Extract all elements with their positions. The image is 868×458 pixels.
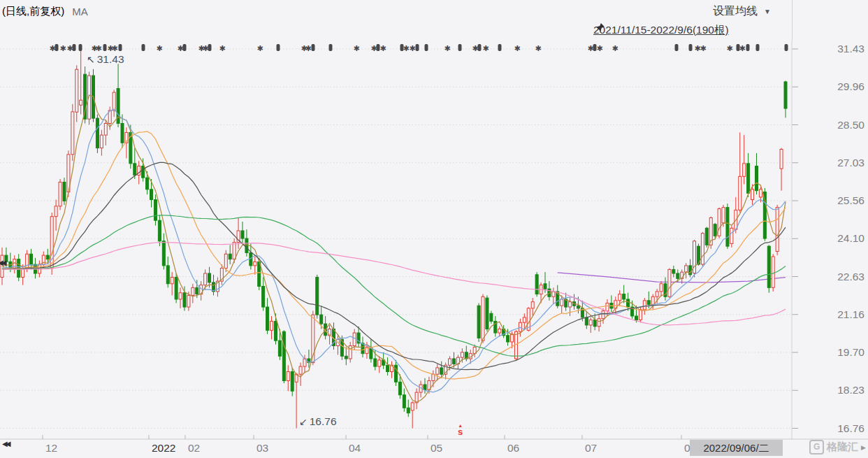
candle-body[interactable] — [651, 296, 654, 304]
candle-body[interactable] — [224, 254, 227, 268]
candle-body[interactable] — [150, 189, 153, 200]
candle-body[interactable] — [113, 92, 115, 110]
candle-body[interactable] — [46, 255, 49, 259]
event-star-icon[interactable]: ✱ — [587, 44, 593, 52]
event-pill-icon[interactable] — [119, 44, 122, 51]
candle-body[interactable] — [403, 395, 405, 408]
candle-body[interactable] — [627, 299, 630, 307]
candle-body[interactable] — [714, 224, 716, 236]
candle-body[interactable] — [133, 164, 136, 176]
candle-body[interactable] — [623, 294, 625, 299]
event-star-icon[interactable]: ✱ — [514, 44, 520, 52]
candle-body[interactable] — [660, 284, 663, 292]
candle-body[interactable] — [511, 334, 514, 342]
candle-body[interactable] — [254, 262, 256, 266]
candle-body[interactable] — [175, 278, 178, 299]
candle-body[interactable] — [270, 321, 273, 330]
candle-body[interactable] — [166, 266, 169, 284]
event-star-icon[interactable]: ✱ — [700, 44, 706, 52]
event-star-icon[interactable]: ✱ — [612, 44, 618, 52]
candle-body[interactable] — [233, 243, 236, 259]
event-star-icon[interactable]: ✱ — [156, 44, 162, 52]
event-star-icon[interactable]: ✱ — [409, 44, 415, 52]
candle-body[interactable] — [63, 182, 66, 201]
candle-body[interactable] — [705, 228, 708, 245]
candle-body[interactable] — [751, 189, 754, 200]
event-pill-icon[interactable] — [55, 44, 59, 51]
candle-body[interactable] — [59, 182, 62, 206]
candle-body[interactable] — [278, 341, 281, 356]
candle-body[interactable] — [643, 301, 646, 310]
candle-body[interactable] — [672, 269, 675, 273]
event-pill-icon[interactable] — [675, 44, 679, 51]
candle-body[interactable] — [432, 374, 435, 380]
candle-body[interactable] — [349, 346, 352, 359]
candle-body[interactable] — [287, 372, 289, 381]
event-pill-icon[interactable] — [142, 44, 145, 51]
candle-body[interactable] — [668, 269, 671, 296]
candle-body[interactable] — [656, 292, 658, 296]
event-star-icon[interactable]: ✱ — [177, 44, 183, 52]
event-star-icon[interactable]: ✱ — [49, 44, 55, 52]
event-pill-icon[interactable] — [103, 44, 107, 51]
event-pill-icon[interactable] — [416, 44, 419, 51]
event-pill-icon[interactable] — [277, 44, 280, 51]
candle-body[interactable] — [183, 293, 186, 307]
scroll-left-bottom-button[interactable]: ◀◀ — [2, 440, 8, 448]
candle-body[interactable] — [602, 311, 605, 319]
candle-body[interactable] — [780, 149, 783, 169]
candle-body[interactable] — [5, 255, 8, 262]
candle-body[interactable] — [449, 359, 451, 365]
candle-body[interactable] — [560, 299, 563, 306]
candle-body[interactable] — [535, 275, 538, 294]
event-pill-icon[interactable] — [329, 44, 333, 51]
candle-body[interactable] — [316, 278, 319, 315]
candle-body[interactable] — [544, 284, 547, 289]
candle-body[interactable] — [440, 368, 443, 374]
event-star-icon[interactable]: ✱ — [66, 44, 73, 52]
candle-body[interactable] — [593, 320, 596, 327]
candle-body[interactable] — [162, 241, 165, 266]
event-star-icon[interactable]: ✱ — [482, 44, 489, 52]
event-star-icon[interactable]: ✱ — [256, 44, 263, 52]
candle-body[interactable] — [739, 176, 742, 210]
candle-body[interactable] — [187, 295, 190, 307]
candle-body[interactable] — [486, 298, 489, 329]
candle-body[interactable] — [30, 254, 33, 264]
candle-body[interactable] — [171, 278, 173, 284]
candle-body[interactable] — [191, 287, 194, 295]
candle-body[interactable] — [453, 359, 456, 364]
candle-body[interactable] — [722, 208, 725, 223]
event-star-icon[interactable]: ✱ — [403, 44, 409, 52]
event-star-icon[interactable]: ✱ — [59, 44, 66, 52]
candle-body[interactable] — [398, 382, 401, 394]
candle-body[interactable] — [55, 206, 57, 217]
candle-body[interactable] — [299, 366, 302, 374]
candle-body[interactable] — [767, 246, 770, 287]
set-ma-button[interactable]: 设置均线 ▼ — [713, 3, 771, 20]
event-pill-icon[interactable] — [785, 44, 788, 51]
candle-body[interactable] — [784, 82, 787, 108]
event-pill-icon[interactable] — [312, 44, 315, 51]
event-star-icon[interactable]: ✱ — [596, 44, 602, 52]
candle-body[interactable] — [689, 266, 692, 275]
event-pill-icon[interactable] — [425, 44, 428, 51]
candle-body[interactable] — [208, 273, 211, 282]
candle-body[interactable] — [104, 124, 107, 136]
candle-body[interactable] — [415, 392, 418, 403]
candle-body[interactable] — [196, 287, 198, 294]
candle-body[interactable] — [759, 189, 762, 197]
candle-body[interactable] — [274, 321, 277, 341]
candle-body[interactable] — [647, 301, 650, 305]
event-pill-icon[interactable] — [458, 44, 462, 51]
event-star-icon[interactable]: ✱ — [219, 44, 225, 52]
candle-body[interactable] — [619, 294, 621, 301]
candle-body[interactable] — [291, 372, 294, 392]
candle-body[interactable] — [498, 329, 501, 333]
candle-body[interactable] — [606, 303, 609, 311]
candle-body[interactable] — [374, 359, 377, 366]
candle-body[interactable] — [75, 69, 78, 112]
candle-body[interactable] — [677, 273, 679, 278]
event-pill-icon[interactable] — [746, 44, 750, 51]
event-pill-icon[interactable] — [73, 44, 76, 51]
